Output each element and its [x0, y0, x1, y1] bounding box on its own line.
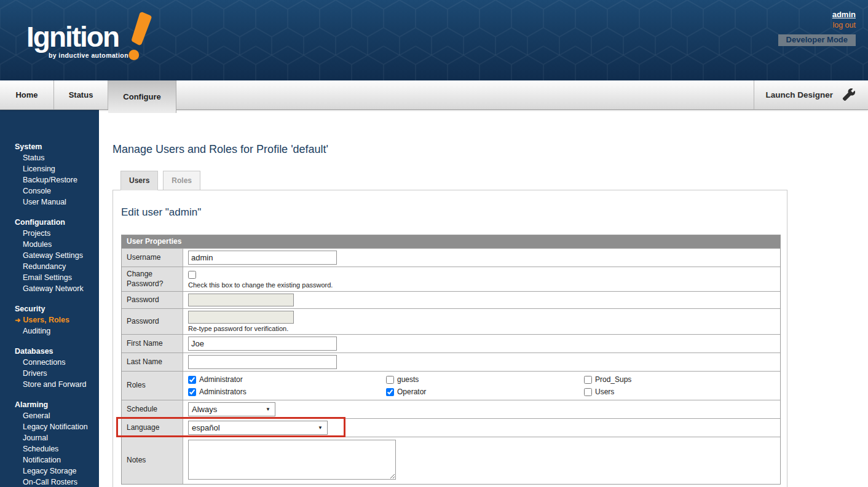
role-option-operator[interactable]: Operator [386, 388, 584, 396]
role-checkbox-label: guests [397, 375, 419, 384]
exclamation-icon [122, 9, 153, 65]
sidebar-item-store-and-forward[interactable]: Store and Forward [0, 379, 99, 390]
language-select[interactable]: español ▼ [188, 421, 328, 435]
sidebar-item-label: Gateway Settings [23, 251, 83, 260]
chevron-down-icon: ▼ [266, 407, 270, 412]
sidebar-item-journal[interactable]: Journal [0, 432, 99, 443]
launch-designer-button[interactable]: Launch Designer [754, 80, 868, 109]
logo-tagline: by inductive automation [49, 52, 128, 59]
role-checkbox[interactable] [584, 388, 592, 396]
schedule-label: Schedule [122, 400, 183, 418]
password-confirm-input[interactable] [188, 311, 294, 324]
change-password-checkbox[interactable] [188, 271, 196, 279]
role-checkbox[interactable] [386, 376, 394, 384]
first-name-input[interactable] [188, 337, 337, 351]
notes-textarea[interactable] [188, 440, 396, 480]
sidebar-item-on-call-rosters[interactable]: On-Call Rosters [0, 477, 99, 487]
sidebar-item-modules[interactable]: Modules [0, 239, 99, 250]
username-input[interactable] [188, 251, 337, 265]
last-name-label: Last Name [122, 353, 183, 371]
active-item-arrow-icon: ➜ [15, 316, 20, 324]
user-properties-table: User Properties Username Change Password… [121, 235, 781, 485]
roles-checkbox-grid: AdministratorAdministratorsguestsOperato… [188, 373, 775, 398]
sidebar-section-title: Alarming [0, 399, 99, 410]
sidebar-section-title: Security [0, 303, 99, 314]
role-checkbox-label: Users [595, 388, 614, 396]
sidebar-section-title: Configuration [0, 217, 99, 228]
tab-roles[interactable]: Roles [163, 171, 200, 190]
sidebar-item-label: On-Call Rosters [23, 478, 77, 486]
nav-tab-configure[interactable]: Configure [108, 80, 176, 113]
password-confirm-help: Re-type password for verification. [188, 325, 775, 332]
schedule-selected-value: Always [192, 405, 217, 414]
main-content: Manage Users and Roles for Profile 'defa… [99, 110, 868, 487]
change-password-label: Change Password? [122, 267, 183, 291]
role-checkbox-label: Prod_Sups [595, 375, 631, 384]
password-input[interactable] [188, 294, 294, 306]
role-option-users[interactable]: Users [584, 388, 775, 396]
last-name-input[interactable] [188, 355, 337, 369]
tab-users[interactable]: Users [120, 171, 158, 190]
sidebar-item-notification[interactable]: Notification [0, 454, 99, 466]
sidebar-item-label: Store and Forward [23, 380, 87, 389]
sidebar-item-drivers[interactable]: Drivers [0, 368, 99, 379]
sidebar-item-email-settings[interactable]: Email Settings [0, 272, 99, 283]
developer-mode-badge[interactable]: Developer Mode [778, 34, 856, 46]
row-username: Username [122, 248, 780, 267]
first-name-label: First Name [122, 335, 183, 353]
role-checkbox[interactable] [386, 388, 394, 396]
sidebar-item-general[interactable]: General [0, 410, 99, 421]
launch-designer-label: Launch Designer [765, 90, 833, 99]
role-option-guests[interactable]: guests [386, 375, 584, 384]
nav-tab-home[interactable]: Home [0, 80, 54, 109]
sidebar-item-projects[interactable]: Projects [0, 228, 99, 239]
role-checkbox[interactable] [584, 376, 592, 384]
sidebar-item-label: Journal [23, 434, 48, 442]
role-option-prod-sups[interactable]: Prod_Sups [584, 375, 775, 384]
chevron-down-icon: ▼ [318, 425, 323, 431]
sidebar-item-label: Console [23, 187, 51, 195]
sidebar-item-label: Schedules [23, 445, 58, 453]
row-language: Language español ▼ [122, 418, 780, 437]
sidebar-item-gateway-settings[interactable]: Gateway Settings [0, 250, 99, 261]
sidebar-item-schedules[interactable]: Schedules [0, 443, 99, 454]
role-checkbox[interactable] [188, 388, 196, 396]
sidebar-item-label: Connections [23, 358, 66, 367]
language-selected-value: español [192, 423, 220, 432]
sidebar-item-label: Status [23, 154, 44, 162]
sidebar-item-label: Legacy Storage [23, 467, 77, 475]
sidebar-item-gateway-network[interactable]: Gateway Network [0, 283, 99, 294]
sidebar-item-backup-restore[interactable]: Backup/Restore [0, 174, 99, 185]
language-label: Language [122, 419, 183, 437]
row-change-password: Change Password? Check this box to chang… [122, 267, 780, 291]
sidebar-item-legacy-storage[interactable]: Legacy Storage [0, 466, 99, 477]
admin-user-link[interactable]: admin [832, 10, 856, 19]
sidebar-section: SystemStatusLicensingBackup/RestoreConso… [0, 141, 99, 208]
role-checkbox-label: Administrators [199, 388, 247, 396]
role-option-administrator[interactable]: Administrator [188, 375, 386, 384]
nav-tab-status[interactable]: Status [54, 80, 108, 109]
sidebar-item-console[interactable]: Console [0, 185, 99, 197]
sidebar-item-status[interactable]: Status [0, 152, 99, 163]
sidebar: SystemStatusLicensingBackup/RestoreConso… [0, 110, 99, 487]
sidebar-section: AlarmingGeneralLegacy NotificationJourna… [0, 399, 99, 487]
role-checkbox[interactable] [188, 376, 196, 384]
logout-link[interactable]: log out [832, 21, 856, 29]
ignition-logo: Ignition by inductive automation [26, 22, 128, 59]
sidebar-item-label: Redundancy [23, 262, 66, 271]
role-option-administrators[interactable]: Administrators [188, 388, 386, 396]
sidebar-item-user-manual[interactable]: User Manual [0, 197, 99, 208]
row-roles: Roles AdministratorAdministratorsguestsO… [122, 371, 780, 400]
sidebar-item-licensing[interactable]: Licensing [0, 163, 99, 174]
edit-user-panel: Edit user "admin" User Properties Userna… [112, 190, 787, 487]
sidebar-item-legacy-notification[interactable]: Legacy Notification [0, 421, 99, 432]
sidebar-section: DatabasesConnectionsDriversStore and For… [0, 346, 99, 390]
row-last-name: Last Name [122, 353, 780, 371]
sidebar-item-redundancy[interactable]: Redundancy [0, 261, 99, 272]
sidebar-item-users-roles[interactable]: ➜Users, Roles [0, 314, 99, 325]
sidebar-item-auditing[interactable]: Auditing [0, 325, 99, 337]
sidebar-item-connections[interactable]: Connections [0, 357, 99, 368]
sidebar-section: ConfigurationProjectsModulesGateway Sett… [0, 217, 99, 294]
schedule-select[interactable]: Always ▼ [188, 402, 275, 416]
wrench-icon [842, 88, 856, 102]
